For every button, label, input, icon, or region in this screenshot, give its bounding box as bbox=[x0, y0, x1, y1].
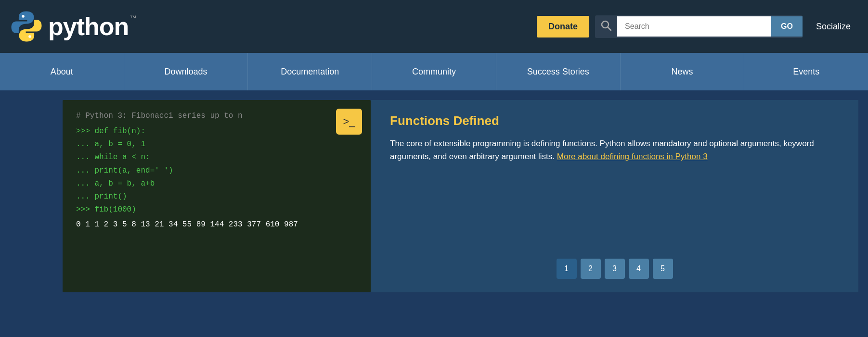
terminal-button[interactable]: >_ bbox=[336, 109, 362, 135]
socialize-button[interactable]: Socialize bbox=[808, 16, 858, 37]
page-button-2[interactable]: 2 bbox=[581, 259, 601, 279]
python-logo bbox=[10, 10, 43, 43]
nav-item-community[interactable]: Community bbox=[372, 53, 496, 90]
code-comment: # Python 3: Fibonacci series up to n bbox=[76, 112, 357, 120]
nav-item-about[interactable]: About bbox=[0, 53, 124, 90]
page-button-4[interactable]: 4 bbox=[629, 259, 649, 279]
code-output: 0 1 1 2 3 5 8 13 21 34 55 89 144 233 377… bbox=[76, 220, 357, 229]
code-line-5: ... a, b = b, a+b bbox=[76, 177, 357, 190]
search-input[interactable] bbox=[617, 16, 771, 37]
logo-text: python bbox=[48, 12, 129, 41]
search-area: GO bbox=[595, 15, 803, 38]
main-content: >_ # Python 3: Fibonacci series up to n … bbox=[0, 90, 868, 321]
nav-item-news[interactable]: News bbox=[621, 53, 745, 90]
header: python ™ Donate GO Socialize bbox=[0, 0, 868, 53]
nav-bar: About Downloads Documentation Community … bbox=[0, 53, 868, 90]
svg-line-3 bbox=[608, 27, 611, 30]
svg-point-0 bbox=[22, 15, 25, 18]
feature-title: Functions Defined bbox=[390, 113, 839, 128]
go-button[interactable]: GO bbox=[771, 16, 803, 37]
logo-wordmark: python ™ bbox=[48, 12, 136, 41]
nav-item-events[interactable]: Events bbox=[744, 53, 868, 90]
code-line-2: ... a, b = 0, 1 bbox=[76, 138, 357, 151]
nav-item-downloads[interactable]: Downloads bbox=[124, 53, 248, 90]
code-line-4: ... print(a, end=' ') bbox=[76, 164, 357, 177]
nav-item-success-stories[interactable]: Success Stories bbox=[496, 53, 621, 90]
svg-point-1 bbox=[28, 35, 31, 38]
code-line-7: >>> fib(1000) bbox=[76, 203, 357, 216]
feature-description: The core of extensible programming is de… bbox=[390, 137, 839, 163]
trademark: ™ bbox=[130, 14, 136, 22]
search-icon bbox=[595, 15, 617, 38]
code-line-6: ... print() bbox=[76, 190, 357, 203]
code-line-3: ... while a < n: bbox=[76, 151, 357, 164]
code-panel: >_ # Python 3: Fibonacci series up to n … bbox=[63, 100, 371, 292]
feature-link[interactable]: More about defining functions in Python … bbox=[557, 152, 708, 161]
nav-item-documentation[interactable]: Documentation bbox=[248, 53, 372, 90]
page-button-5[interactable]: 5 bbox=[653, 259, 673, 279]
code-line-1: >>> def fib(n): bbox=[76, 125, 357, 138]
header-right: Donate GO Socialize bbox=[537, 15, 858, 38]
info-panel: Functions Defined The core of extensible… bbox=[371, 100, 858, 292]
page-button-1[interactable]: 1 bbox=[557, 259, 577, 279]
page-button-3[interactable]: 3 bbox=[605, 259, 625, 279]
donate-button[interactable]: Donate bbox=[537, 16, 589, 37]
logo-area: python ™ bbox=[10, 10, 537, 43]
pagination: 1 2 3 4 5 bbox=[390, 239, 839, 279]
